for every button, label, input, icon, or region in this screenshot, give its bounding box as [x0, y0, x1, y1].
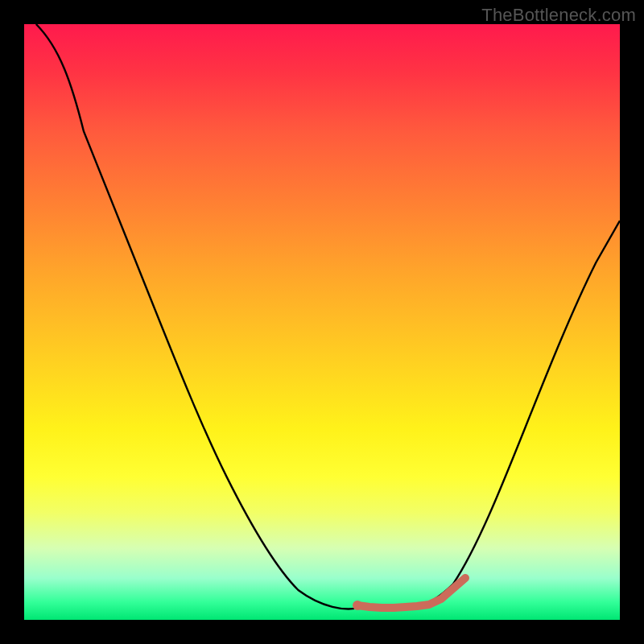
chart-frame: TheBottleneck.com [0, 0, 644, 644]
chart-svg [24, 24, 620, 620]
optimal-range-marker-line [357, 578, 465, 608]
bottleneck-curve-line [36, 24, 620, 609]
chart-plot-area [24, 24, 620, 620]
watermark-text: TheBottleneck.com [481, 5, 636, 26]
